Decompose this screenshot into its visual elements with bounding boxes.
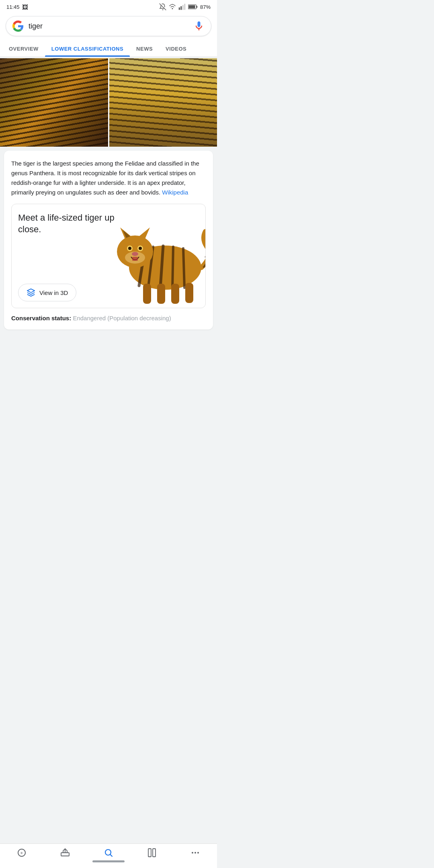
tiger-image-2[interactable] <box>109 58 217 147</box>
svg-rect-4 <box>182 5 184 10</box>
tab-videos[interactable]: VIDEOS <box>159 40 193 57</box>
wifi-icon <box>169 3 176 10</box>
svg-point-19 <box>128 247 131 250</box>
svg-rect-7 <box>197 6 197 8</box>
conservation-value: Endangered (Population decreasing) <box>73 315 171 321</box>
ar-card: Meet a life-sized tiger up close. <box>11 204 206 308</box>
svg-point-20 <box>139 247 142 250</box>
svg-rect-5 <box>184 4 185 10</box>
search-query[interactable]: tiger <box>29 22 188 31</box>
nav-tabs: OVERVIEW LOWER CLASSIFICATIONS NEWS VIDE… <box>0 40 217 57</box>
svg-line-14 <box>183 248 184 288</box>
search-bar[interactable]: tiger <box>6 16 211 36</box>
battery-percentage: 87% <box>200 4 211 10</box>
ar-title: Meet a life-sized tiger up close. <box>18 212 118 235</box>
svg-line-31 <box>205 246 206 258</box>
image-grid <box>0 58 217 147</box>
svg-point-1 <box>172 8 173 9</box>
conservation-label: Conservation status: <box>11 315 71 321</box>
tab-overview[interactable]: OVERVIEW <box>2 40 45 57</box>
tiger-3d-image <box>105 215 206 304</box>
tiger-description: The tiger is the largest species among t… <box>11 159 206 197</box>
tab-lower-classifications[interactable]: LOWER CLASSIFICATIONS <box>45 40 130 57</box>
svg-rect-28 <box>171 284 179 304</box>
tab-news[interactable]: NEWS <box>130 40 159 57</box>
time: 11:45 <box>6 4 20 10</box>
status-bar: 11:45 🖼 <box>0 0 217 12</box>
battery-icon <box>188 4 198 10</box>
image-icon: 🖼 <box>22 4 28 10</box>
svg-rect-26 <box>143 284 151 304</box>
bell-muted-icon <box>159 3 166 10</box>
mic-icon[interactable] <box>193 20 205 32</box>
svg-rect-22 <box>132 257 138 261</box>
conservation-status: Conservation status: Endangered (Populat… <box>11 315 206 321</box>
svg-rect-8 <box>188 5 195 8</box>
svg-point-21 <box>132 252 138 256</box>
svg-rect-3 <box>180 6 182 10</box>
svg-rect-2 <box>179 8 180 10</box>
main-content-card: The tiger is the largest species among t… <box>4 151 213 330</box>
google-logo-icon <box>12 20 24 32</box>
tiger-image-1[interactable] <box>0 58 108 147</box>
search-bar-container: tiger <box>0 12 217 40</box>
cube-icon <box>27 288 35 297</box>
view-3d-label: View in 3D <box>39 289 68 296</box>
status-right: 87% <box>159 3 211 10</box>
svg-line-13 <box>172 247 173 289</box>
svg-rect-27 <box>157 284 165 304</box>
view-in-3d-button[interactable]: View in 3D <box>18 284 76 301</box>
svg-rect-29 <box>185 283 193 303</box>
signal-icon <box>178 3 186 10</box>
status-left: 11:45 🖼 <box>6 4 28 10</box>
svg-line-0 <box>160 4 166 10</box>
wikipedia-link[interactable]: Wikipedia <box>162 189 188 196</box>
